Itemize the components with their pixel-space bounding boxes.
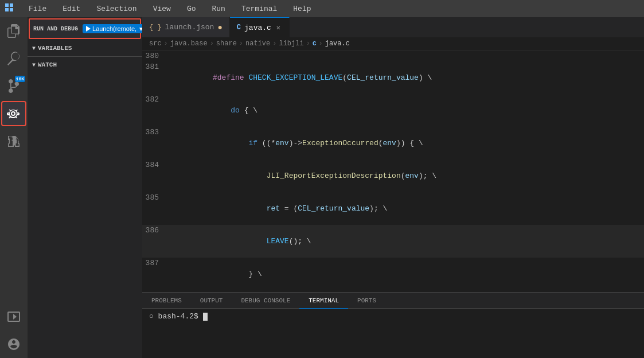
tab-close-button[interactable]: ✕ bbox=[275, 23, 282, 33]
play-icon bbox=[86, 26, 91, 32]
watch-chevron: ▼ bbox=[32, 62, 36, 68]
line-number-386: 386 bbox=[142, 225, 168, 236]
breadcrumb-share[interactable]: share bbox=[216, 40, 237, 48]
tab-bar: { } launch.json ● C java.c ✕ bbox=[142, 17, 644, 37]
line-number-383: 383 bbox=[142, 127, 168, 138]
menu-selection[interactable]: Selection bbox=[93, 3, 140, 14]
code-line-387: 387 } \ bbox=[142, 258, 644, 290]
debug-section-label: RUN AND DEBUG bbox=[33, 26, 78, 32]
debug-toolbar: RUN AND DEBUG Launch(remote, ▼ ⚙ ⋯ bbox=[29, 18, 141, 39]
panel-tabs: PROBLEMS OUTPUT DEBUG CONSOLE TERMINAL P… bbox=[142, 293, 644, 309]
menu-terminal[interactable]: Terminal bbox=[238, 3, 280, 14]
menu-help[interactable]: Help bbox=[290, 3, 314, 14]
code-line-382: 382 do { \ bbox=[142, 94, 644, 127]
activity-bar: 10K bbox=[0, 17, 28, 358]
line-number-382: 382 bbox=[142, 94, 168, 105]
svg-rect-3 bbox=[10, 8, 13, 11]
tab-label-launch-json: launch.json bbox=[165, 23, 214, 32]
code-line-386: 386 LEAVE(); \ bbox=[142, 225, 644, 258]
breadcrumb-sep-3: › bbox=[239, 40, 243, 48]
variables-section: ▼ VARIABLES bbox=[28, 40, 142, 56]
breadcrumb-sep-5: › bbox=[306, 40, 310, 48]
line-content-383: if ((*env)->ExceptionOccurred(env)) { \ bbox=[168, 127, 644, 159]
code-editor[interactable]: 380 381 #define CHECK_EXCEPTION_LEAVE(CE… bbox=[142, 50, 644, 292]
breadcrumb-sep-2: › bbox=[210, 40, 214, 48]
accounts-activity-icon[interactable] bbox=[0, 330, 28, 358]
tab-label-java-c: java.c bbox=[244, 24, 271, 32]
menu-file[interactable]: File bbox=[25, 3, 50, 14]
menu-edit[interactable]: Edit bbox=[59, 3, 84, 14]
app-icon bbox=[5, 3, 14, 14]
code-line-381: 381 #define CHECK_EXCEPTION_LEAVE(CEL_re… bbox=[142, 61, 644, 94]
code-line-388: 388 } while (JNI_FALSE) bbox=[142, 290, 644, 292]
config-label: Launch(remote, bbox=[92, 25, 136, 32]
line-number-385: 385 bbox=[142, 192, 168, 203]
breadcrumb-native[interactable]: native bbox=[245, 40, 270, 48]
debug-activity-icon[interactable] bbox=[1, 101, 26, 126]
panel-tab-debug-console[interactable]: DEBUG CONSOLE bbox=[232, 293, 299, 309]
code-line-384: 384 JLI_ReportExceptionDescription(env);… bbox=[142, 159, 644, 192]
variables-header[interactable]: ▼ VARIABLES bbox=[28, 42, 142, 54]
tab-java-c[interactable]: C java.c ✕ bbox=[230, 17, 290, 37]
breadcrumb-sep-6: › bbox=[319, 40, 323, 48]
extensions-activity-icon[interactable] bbox=[0, 127, 28, 155]
breadcrumb-java-base[interactable]: java.base bbox=[170, 40, 208, 48]
breadcrumb-java-c[interactable]: java.c bbox=[325, 40, 350, 48]
main-area: 10K RUN AND DEBUG Launch(remote, ▼ ⚙ bbox=[0, 17, 644, 358]
bottom-panel: PROBLEMS OUTPUT DEBUG CONSOLE TERMINAL P… bbox=[142, 292, 644, 358]
breadcrumb-sep-4: › bbox=[272, 40, 276, 48]
code-line-383: 383 if ((*env)->ExceptionOccurred(env)) … bbox=[142, 127, 644, 159]
svg-rect-0 bbox=[5, 3, 9, 7]
line-content-385: ret = (CEL_return_value); \ bbox=[168, 192, 644, 225]
editor-area: { } launch.json ● C java.c ✕ src › java.… bbox=[142, 17, 644, 358]
search-activity-icon[interactable] bbox=[0, 45, 28, 72]
terminal-cursor bbox=[203, 313, 208, 321]
panel-tab-problems[interactable]: PROBLEMS bbox=[142, 293, 191, 309]
menu-view[interactable]: View bbox=[150, 3, 174, 14]
panel-tab-terminal[interactable]: TERMINAL bbox=[299, 293, 348, 309]
panel-tab-ports[interactable]: PORTS bbox=[348, 293, 385, 309]
line-number-387: 387 bbox=[142, 258, 168, 268]
line-content-388: } while (JNI_FALSE) bbox=[168, 290, 644, 292]
code-line-380: 380 bbox=[142, 50, 644, 61]
line-content-381: #define CHECK_EXCEPTION_LEAVE(CEL_return… bbox=[168, 61, 644, 94]
menu-run[interactable]: Run bbox=[208, 3, 228, 14]
chevron-down-icon: ▼ bbox=[138, 26, 142, 32]
launch-config-button[interactable]: Launch(remote, ▼ bbox=[83, 24, 142, 33]
line-content-384: JLI_ReportExceptionDescription(env); \ bbox=[168, 159, 644, 192]
line-number-384: 384 bbox=[142, 159, 168, 170]
line-content-382: do { \ bbox=[168, 94, 644, 127]
svg-rect-1 bbox=[10, 3, 13, 7]
line-content-387: } \ bbox=[168, 258, 644, 290]
breadcrumb-c-folder[interactable]: C bbox=[313, 40, 317, 47]
breadcrumb-src[interactable]: src bbox=[149, 40, 162, 48]
tab-launch-json[interactable]: { } launch.json ● bbox=[142, 17, 230, 37]
json-file-icon: { } bbox=[149, 24, 162, 32]
terminal-prompt: ○ bash-4.2$ bbox=[149, 312, 198, 321]
line-number-380: 380 bbox=[142, 50, 168, 61]
variables-chevron: ▼ bbox=[32, 45, 36, 52]
menu-go[interactable]: Go bbox=[184, 3, 200, 14]
menu-bar: File Edit Selection View Go Run Terminal… bbox=[0, 0, 644, 17]
terminal-content[interactable]: ○ bash-4.2$ bbox=[142, 309, 644, 358]
panel-tab-output[interactable]: OUTPUT bbox=[191, 293, 232, 309]
watch-section: ▼ WATCH bbox=[28, 56, 142, 73]
sidebar: RUN AND DEBUG Launch(remote, ▼ ⚙ ⋯ ▼ VAR… bbox=[28, 17, 142, 358]
breadcrumb: src › java.base › share › native › libjl… bbox=[142, 37, 644, 50]
watch-label: WATCH bbox=[38, 61, 57, 68]
watch-header[interactable]: ▼ WATCH bbox=[28, 59, 142, 71]
line-number-381: 381 bbox=[142, 61, 168, 72]
svg-rect-2 bbox=[5, 8, 9, 11]
variables-label: VARIABLES bbox=[38, 45, 72, 52]
source-control-badge: 10K bbox=[15, 76, 25, 82]
line-content-386: LEAVE(); \ bbox=[168, 225, 644, 258]
line-number-388: 388 bbox=[142, 290, 168, 292]
breadcrumb-libjli[interactable]: libjli bbox=[279, 40, 303, 48]
c-file-icon: C bbox=[237, 24, 241, 32]
source-control-activity-icon[interactable]: 10K bbox=[0, 72, 28, 100]
remote-activity-icon[interactable] bbox=[0, 303, 28, 330]
breadcrumb-sep-1: › bbox=[164, 40, 168, 48]
code-line-385: 385 ret = (CEL_return_value); \ bbox=[142, 192, 644, 225]
explorer-activity-icon[interactable] bbox=[0, 17, 28, 45]
tab-modified-indicator: ● bbox=[217, 23, 222, 32]
